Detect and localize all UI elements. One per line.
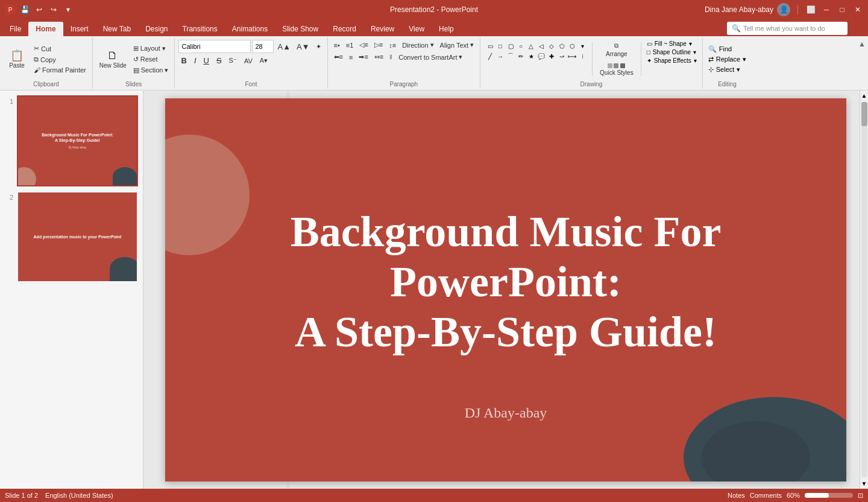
replace-dropdown[interactable]: ▾ bbox=[743, 56, 746, 63]
shape-rect2[interactable]: □ bbox=[495, 41, 505, 51]
find-button[interactable]: 🔍 Find bbox=[706, 45, 748, 54]
increase-font-btn[interactable]: A▲ bbox=[275, 41, 293, 52]
shape-cross[interactable]: ✚ bbox=[547, 51, 556, 61]
shape-curve[interactable]: ⌒ bbox=[506, 51, 515, 61]
search-bar[interactable]: 🔍 Tell me what you want to do bbox=[727, 22, 848, 35]
customize-btn[interactable]: ▾ bbox=[63, 4, 74, 15]
tab-insert[interactable]: Insert bbox=[63, 22, 96, 36]
scroll-up-btn[interactable]: ▲ bbox=[860, 91, 868, 101]
bold-button[interactable]: B bbox=[178, 55, 189, 66]
comments-btn[interactable]: Comments bbox=[750, 492, 782, 499]
select-dropdown[interactable]: ▾ bbox=[737, 66, 740, 74]
reset-button[interactable]: ↺ Reset bbox=[131, 54, 171, 65]
shape-diamond[interactable]: ◇ bbox=[547, 41, 556, 51]
save-btn[interactable]: 💾 bbox=[19, 4, 30, 15]
shape-outline-button[interactable]: □ Shape Outline ▾ bbox=[645, 48, 699, 56]
tab-record[interactable]: Record bbox=[326, 22, 363, 36]
tab-animations[interactable]: Animations bbox=[225, 22, 275, 36]
shape-rtriangle[interactable]: ◁ bbox=[536, 41, 546, 51]
clear-format-btn[interactable]: ✦ bbox=[313, 42, 324, 52]
shape-pentagon[interactable]: ⬠ bbox=[557, 41, 567, 51]
select-button[interactable]: ⊹ Select ▾ bbox=[706, 65, 748, 74]
shape-connector[interactable]: ⟼ bbox=[567, 51, 577, 61]
redo-btn[interactable]: ↪ bbox=[48, 4, 59, 15]
shape-outline-dropdown[interactable]: ▾ bbox=[693, 49, 696, 56]
decrease-indent-button[interactable]: ◁≡ bbox=[357, 40, 370, 50]
undo-btn[interactable]: ↩ bbox=[34, 4, 45, 15]
tab-slideshow[interactable]: Slide Show bbox=[275, 22, 326, 36]
quick-styles-button[interactable]: Quick Styles bbox=[596, 61, 637, 78]
tab-transitions[interactable]: Transitions bbox=[175, 22, 225, 36]
align-right-button[interactable]: ➡≡ bbox=[356, 52, 370, 62]
scroll-down-btn[interactable]: ▼ bbox=[860, 478, 868, 489]
layout-button[interactable]: ⊞ Layout ▾ bbox=[131, 43, 171, 54]
zoom-slider[interactable] bbox=[805, 493, 853, 498]
shape-hexagon[interactable]: ⬡ bbox=[567, 41, 577, 51]
vertical-scrollbar[interactable]: ▲ ▼ bbox=[860, 91, 868, 489]
scroll-track[interactable] bbox=[861, 102, 867, 477]
slide-thumb-2[interactable]: Add presentation music to your PowerPoin… bbox=[17, 191, 138, 282]
shape-triangle[interactable]: △ bbox=[526, 41, 536, 51]
maximize-btn[interactable]: □ bbox=[837, 4, 848, 15]
shape-blockline[interactable]: ⤻ bbox=[557, 51, 567, 61]
slide-main-text[interactable]: Background Music For PowerPoint: A Step-… bbox=[233, 207, 778, 357]
cut-button[interactable]: ✂ Cut bbox=[31, 43, 89, 54]
shadow-button[interactable]: S⁻ bbox=[227, 56, 239, 66]
shape-effects-button[interactable]: ✦ Shape Effects ▾ bbox=[645, 57, 699, 65]
linespace-button[interactable]: ↕≡ bbox=[386, 40, 398, 50]
align-text-button[interactable]: Align Text ▾ bbox=[438, 40, 477, 50]
tab-view[interactable]: View bbox=[401, 22, 432, 36]
bullets-button[interactable]: ≡• bbox=[332, 40, 342, 50]
notes-btn[interactable]: Notes bbox=[728, 492, 745, 499]
tab-review[interactable]: Review bbox=[363, 22, 401, 36]
shape-callout[interactable]: 💬 bbox=[536, 51, 546, 61]
shape-fill-button[interactable]: ▭ Fill ~ Shape ▾ bbox=[645, 40, 699, 48]
minimize-btn[interactable]: ─ bbox=[821, 4, 832, 15]
shape-freeform[interactable]: ✏ bbox=[516, 51, 526, 61]
collapse-ribbon-btn[interactable]: ▲ bbox=[858, 40, 866, 48]
charspacing-button[interactable]: AV bbox=[242, 56, 255, 66]
justify-button[interactable]: ⇔≡ bbox=[372, 52, 386, 62]
italic-button[interactable]: I bbox=[192, 55, 199, 66]
format-painter-button[interactable]: 🖌 Format Painter bbox=[31, 65, 89, 75]
text-direction-button[interactable]: Direction ▾ bbox=[400, 40, 436, 50]
shape-rect[interactable]: ▭ bbox=[485, 41, 495, 51]
underline-button[interactable]: U bbox=[201, 55, 212, 66]
shape-arrow[interactable]: → bbox=[495, 51, 505, 61]
ribbon-display-btn[interactable]: ⬜ bbox=[805, 4, 816, 15]
tab-newtab[interactable]: New Tab bbox=[96, 22, 138, 36]
shape-effects-dropdown[interactable]: ▾ bbox=[694, 57, 697, 64]
align-left-button[interactable]: ⬅≡ bbox=[332, 52, 345, 62]
replace-button[interactable]: ⇄ Replace ▾ bbox=[706, 55, 748, 64]
close-btn[interactable]: ✕ bbox=[852, 4, 863, 15]
font-size-input[interactable]: 28 bbox=[252, 40, 274, 53]
fit-screen-btn[interactable]: ⊡ bbox=[858, 492, 863, 500]
paste-button[interactable]: 📋 Paste bbox=[4, 48, 30, 71]
tab-home[interactable]: Home bbox=[28, 22, 63, 36]
section-button[interactable]: ▤ Section ▾ bbox=[131, 65, 171, 75]
tab-file[interactable]: File bbox=[2, 22, 28, 36]
font-name-input[interactable]: Calibri bbox=[178, 40, 251, 53]
tab-help[interactable]: Help bbox=[432, 22, 461, 36]
shapes-more[interactable]: ▾ bbox=[577, 41, 587, 51]
slide-thumb-1[interactable]: Background Music For PowerPoint:A Step-B… bbox=[17, 95, 138, 186]
tab-design[interactable]: Design bbox=[138, 22, 175, 36]
new-slide-button[interactable]: 🗋 New Slide bbox=[96, 48, 130, 71]
columns-button[interactable]: ⫴ bbox=[387, 52, 395, 62]
arrange-button[interactable]: ⧉ Arrange bbox=[596, 40, 637, 60]
scroll-thumb[interactable] bbox=[861, 102, 867, 126]
convert-smartart-button[interactable]: Convert to SmartArt ▾ bbox=[396, 52, 465, 62]
decrease-font-btn[interactable]: A▼ bbox=[294, 41, 312, 52]
fontcolor-button[interactable]: A▾ bbox=[257, 56, 270, 66]
increase-indent-button[interactable]: ▷≡ bbox=[372, 40, 385, 50]
shape-roundrect[interactable]: ▢ bbox=[506, 41, 515, 51]
shape-star[interactable]: ★ bbox=[526, 51, 536, 61]
shape-line[interactable]: ╱ bbox=[485, 51, 495, 61]
shape-fill-dropdown[interactable]: ▾ bbox=[689, 40, 692, 47]
strikethrough-button[interactable]: S bbox=[214, 55, 224, 66]
numbering-button[interactable]: ≡1 bbox=[344, 40, 356, 50]
align-center-button[interactable]: ≡ bbox=[347, 52, 355, 62]
shape-misc[interactable]: ⁝ bbox=[577, 51, 587, 61]
slide-canvas[interactable]: Background Music For PowerPoint: A Step-… bbox=[165, 98, 846, 481]
copy-button[interactable]: ⧉ Copy bbox=[31, 54, 89, 65]
